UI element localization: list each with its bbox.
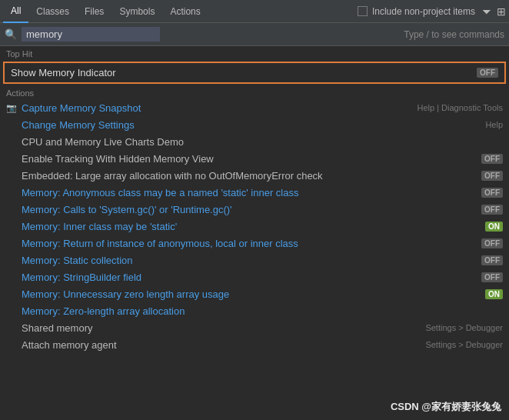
list-item[interactable]: Capture Memory SnapshotHelp | Diagnostic… xyxy=(0,99,509,116)
item-icon-placeholder xyxy=(6,338,18,351)
list-item-badge: OFF xyxy=(481,171,503,181)
item-icon-placeholder xyxy=(6,203,18,215)
item-icon-placeholder xyxy=(6,135,18,148)
list-item-badge: OFF xyxy=(481,188,503,198)
list-item-text: Memory: Return of instance of anonymous,… xyxy=(22,238,477,249)
item-icon-placeholder xyxy=(6,152,18,165)
list-item-text: Enable Tracking With Hidden Memory View xyxy=(22,153,477,165)
list-item-badge: ON xyxy=(485,222,503,232)
list-item-text: Embedded: Large array allocation with no… xyxy=(22,170,477,182)
item-icon-placeholder xyxy=(6,254,18,266)
list-item-badge: OFF xyxy=(481,238,503,248)
list-item-text: Capture Memory Snapshot xyxy=(22,102,418,114)
item-icon-placeholder xyxy=(6,186,18,198)
search-bar: 🔍 Type / to see commands xyxy=(0,23,509,46)
list-item[interactable]: Embedded: Large array allocation with no… xyxy=(0,167,509,184)
list-item-hint: Settings > Debugger xyxy=(425,340,503,349)
list-item[interactable]: Memory: Anonymous class may be a named '… xyxy=(0,184,509,201)
tab-symbols[interactable]: Symbols xyxy=(111,0,162,23)
search-hint: Type / to see commands xyxy=(404,29,504,40)
list-item-text: CPU and Memory Live Charts Demo xyxy=(22,136,503,148)
actions-section-label: Actions xyxy=(0,85,509,99)
list-item-text: Attach memory agent xyxy=(22,339,425,351)
item-icon-placeholder xyxy=(6,305,18,317)
top-tabs: All Classes Files Symbols Actions Includ… xyxy=(0,0,509,23)
include-non-project-label: Include non-project items xyxy=(358,6,475,17)
include-non-project-checkbox[interactable] xyxy=(358,6,368,16)
list-item-text: Shared memory xyxy=(22,322,425,334)
list-item-text: Memory: Inner class may be 'static' xyxy=(22,221,481,232)
list-item[interactable]: Change Memory SettingsHelp xyxy=(0,116,509,133)
list-item[interactable]: Memory: StringBuilder fieldOFF xyxy=(0,268,509,285)
list-item-badge: OFF xyxy=(481,154,503,164)
item-icon-placeholder xyxy=(6,322,18,334)
list-item-badge: OFF xyxy=(481,255,503,265)
list-item[interactable]: Attach memory agentSettings > Debugger xyxy=(0,336,509,353)
list-item[interactable]: Memory: Calls to 'System.gc()' or 'Runti… xyxy=(0,201,509,218)
top-hit-section-label: Top Hit xyxy=(0,46,509,60)
list-item[interactable]: CPU and Memory Live Charts Demo xyxy=(0,133,509,150)
item-icon-placeholder xyxy=(6,169,18,182)
list-item-text: Memory: Static collection xyxy=(22,255,477,266)
list-item-text: Change Memory Settings xyxy=(22,119,485,131)
item-icon-placeholder xyxy=(6,118,18,131)
tab-actions[interactable]: Actions xyxy=(162,0,208,23)
list-item[interactable]: Memory: Static collectionOFF xyxy=(0,252,509,268)
top-hit-badge: OFF xyxy=(477,68,498,78)
list-item-badge: OFF xyxy=(481,205,503,215)
list-item-text: Memory: Anonymous class may be a named '… xyxy=(22,187,477,198)
tab-classes[interactable]: Classes xyxy=(28,0,77,23)
watermark: CSDN @家有娇妻张兔兔 xyxy=(391,400,501,414)
list-item-hint: Settings > Debugger xyxy=(425,323,503,332)
list-item-hint: Help xyxy=(485,120,503,129)
item-icon-placeholder xyxy=(6,288,18,300)
item-icon-placeholder xyxy=(6,271,18,283)
list-item-text: Memory: StringBuilder field xyxy=(22,272,477,283)
list-item-badge: ON xyxy=(485,289,503,299)
list-item[interactable]: Memory: Return of instance of anonymous,… xyxy=(0,235,509,252)
tab-all[interactable]: All xyxy=(3,0,28,23)
list-item[interactable]: Enable Tracking With Hidden Memory ViewO… xyxy=(0,150,509,167)
filter-icon[interactable]: ⏷ xyxy=(481,5,492,18)
include-non-project-text: Include non-project items xyxy=(372,6,475,17)
camera-icon xyxy=(6,102,18,114)
actions-list: Capture Memory SnapshotHelp | Diagnostic… xyxy=(0,99,509,353)
item-icon-placeholder xyxy=(6,237,18,249)
item-icon-placeholder xyxy=(6,220,18,232)
list-item-text: Memory: Zero-length array allocation xyxy=(22,305,503,317)
grid-icon[interactable]: ⊞ xyxy=(497,5,506,18)
list-item-hint: Help | Diagnostic Tools xyxy=(418,103,504,112)
search-icon: 🔍 xyxy=(5,28,17,40)
list-item[interactable]: Memory: Zero-length array allocation xyxy=(0,302,509,319)
top-hit-item[interactable]: Show Memory Indicator OFF xyxy=(3,62,506,84)
list-item-badge: OFF xyxy=(481,272,503,282)
list-item-text: Memory: Unnecessary zero length array us… xyxy=(22,288,481,300)
tab-files[interactable]: Files xyxy=(77,0,111,23)
list-item-text: Memory: Calls to 'System.gc()' or 'Runti… xyxy=(22,204,477,215)
top-hit-item-text: Show Memory Indicator xyxy=(11,67,472,78)
list-item[interactable]: Memory: Unnecessary zero length array us… xyxy=(0,285,509,302)
search-input[interactable] xyxy=(22,27,160,42)
list-item[interactable]: Memory: Inner class may be 'static'ON xyxy=(0,218,509,235)
list-item[interactable]: Shared memorySettings > Debugger xyxy=(0,319,509,336)
